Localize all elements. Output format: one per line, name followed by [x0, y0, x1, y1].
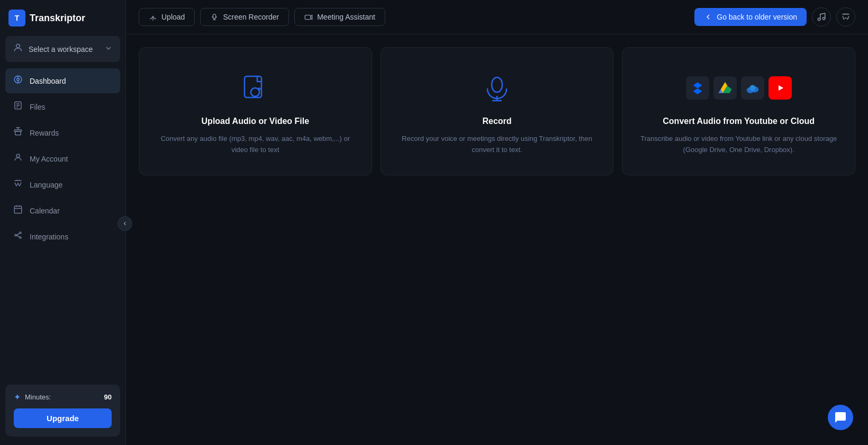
meeting-icon [304, 13, 313, 21]
svg-point-0 [16, 44, 20, 48]
svg-point-18 [20, 237, 21, 238]
upload-card-desc: Convert any audio file (mp3, mp4, wav, a… [154, 134, 357, 156]
svg-point-1 [17, 78, 20, 81]
cloud-card-icons [686, 69, 792, 107]
star-icon: ✦ [14, 392, 21, 402]
sidebar-bottom: ✦ Minutes: 90 Upgrade [0, 379, 125, 445]
audio-icon [817, 12, 826, 22]
go-back-button[interactable]: Go back to older version [694, 8, 807, 26]
svg-point-30 [492, 77, 502, 92]
logo-name: Transkriptor [30, 13, 85, 24]
upload-button-label: Upload [161, 13, 185, 21]
svg-marker-34 [698, 83, 702, 88]
svg-point-28 [822, 17, 825, 20]
workspace-left: Select a workspace [13, 42, 93, 56]
sidebar-item-rewards[interactable]: Rewards [5, 120, 120, 145]
rewards-icon [13, 127, 23, 139]
language-translate-button[interactable] [836, 7, 855, 26]
svg-point-11 [16, 154, 20, 157]
upload-button[interactable]: Upload [139, 8, 195, 26]
svg-point-27 [818, 18, 820, 21]
sidebar-item-rewards-label: Rewards [30, 129, 59, 137]
sidebar: T Transkriptor Select a workspace [0, 0, 126, 445]
svg-point-40 [749, 85, 755, 91]
chat-bubble-button[interactable] [828, 405, 853, 430]
nav-items: Dashboard Files Rewards [0, 66, 125, 379]
sidebar-item-my-account-label: My Account [30, 155, 68, 163]
main-content: Upload Screen Recorder Meeting Assistant [126, 0, 868, 445]
translate-icon [841, 12, 851, 22]
svg-marker-26 [311, 15, 312, 20]
sidebar-item-dashboard[interactable]: Dashboard [5, 68, 120, 93]
svg-line-20 [16, 235, 20, 237]
cloud-card[interactable]: Convert Audio from Youtube or Cloud Tran… [622, 47, 855, 175]
sidebar-item-dashboard-label: Dashboard [30, 77, 66, 85]
upload-card[interactable]: Upload Audio or Video File Convert any a… [139, 47, 372, 175]
svg-line-19 [16, 233, 20, 235]
screen-recorder-label: Screen Recorder [223, 13, 279, 21]
record-card-title: Record [482, 117, 511, 126]
cards-area: Upload Audio or Video File Convert any a… [126, 34, 868, 188]
svg-point-17 [20, 232, 21, 234]
onedrive-icon [741, 76, 764, 100]
svg-rect-10 [15, 131, 21, 135]
record-card-desc: Record your voice or meetings directly u… [396, 134, 599, 156]
files-icon [13, 101, 23, 113]
cloud-card-title: Convert Audio from Youtube or Cloud [663, 117, 815, 126]
sidebar-item-integrations-label: Integrations [30, 233, 68, 241]
workspace-selector[interactable]: Select a workspace [5, 36, 120, 62]
upload-card-title: Upload Audio or Video File [202, 117, 310, 126]
record-card[interactable]: Record Record your voice or meetings dir… [381, 47, 614, 175]
svg-rect-25 [305, 15, 311, 20]
sidebar-item-integrations[interactable]: Integrations [5, 224, 120, 249]
language-icon [13, 179, 23, 191]
svg-point-22 [213, 14, 216, 19]
sidebar-item-language-label: Language [30, 181, 62, 189]
logo-area: T Transkriptor [0, 0, 125, 36]
audio-settings-button[interactable] [812, 7, 831, 26]
upgrade-button[interactable]: Upgrade [14, 408, 112, 428]
my-account-icon [13, 153, 23, 165]
workspace-label: Select a workspace [29, 45, 93, 54]
dashboard-icon [13, 75, 23, 87]
integrations-icon [13, 230, 23, 243]
microphone-icon [210, 13, 219, 21]
record-card-icon [482, 69, 512, 107]
go-back-label: Go back to older version [717, 13, 797, 21]
screen-recorder-button[interactable]: Screen Recorder [200, 8, 289, 26]
svg-point-16 [15, 235, 16, 236]
minutes-label: Minutes: [25, 393, 51, 401]
svg-rect-12 [14, 206, 22, 213]
cloud-card-desc: Transcribe audio or video from Youtube l… [637, 134, 840, 156]
user-circle-icon [13, 42, 23, 56]
sidebar-item-calendar[interactable]: Calendar [5, 198, 120, 223]
sidebar-item-my-account[interactable]: My Account [5, 146, 120, 171]
dropbox-icon [686, 76, 709, 100]
calendar-icon [13, 204, 23, 217]
meeting-assistant-button[interactable]: Meeting Assistant [294, 8, 385, 26]
upload-card-icon [239, 69, 271, 107]
topbar: Upload Screen Recorder Meeting Assistant [126, 0, 868, 34]
sidebar-collapse-button[interactable] [117, 216, 132, 231]
topbar-right: Go back to older version [694, 7, 855, 26]
meeting-assistant-label: Meeting Assistant [317, 13, 375, 21]
sidebar-item-files[interactable]: Files [5, 94, 120, 119]
youtube-icon [768, 76, 792, 100]
minutes-value: 90 [104, 393, 112, 401]
upload-icon [149, 13, 157, 21]
minutes-card: ✦ Minutes: 90 Upgrade [5, 385, 120, 437]
topbar-left: Upload Screen Recorder Meeting Assistant [139, 8, 385, 26]
sidebar-item-calendar-label: Calendar [30, 207, 60, 215]
minutes-label-group: ✦ Minutes: [14, 392, 51, 402]
go-back-icon [704, 13, 712, 21]
sidebar-item-files-label: Files [30, 103, 46, 111]
logo-icon: T [8, 10, 25, 26]
sidebar-item-language[interactable]: Language [5, 172, 120, 197]
chevron-down-icon [104, 44, 113, 54]
google-drive-icon [713, 76, 737, 100]
minutes-row: ✦ Minutes: 90 [14, 392, 112, 402]
